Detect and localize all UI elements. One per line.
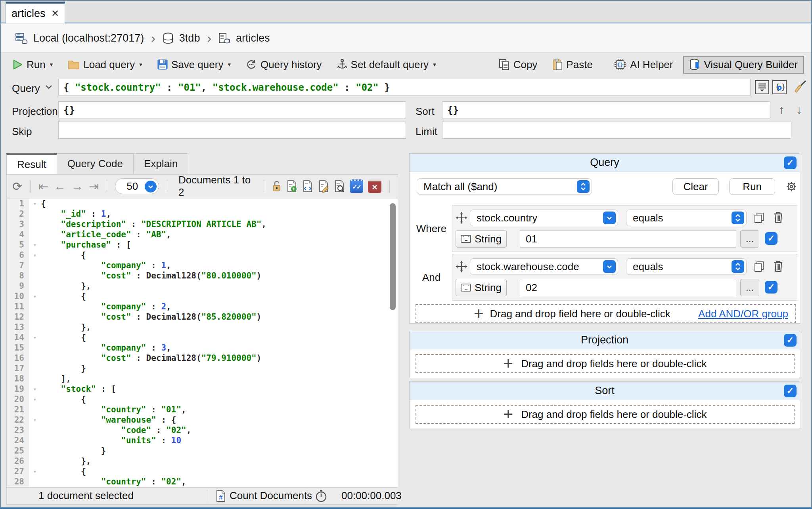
code-text: { (41, 332, 398, 343)
line-number: 15 (7, 343, 29, 353)
view-document-icon[interactable] (334, 180, 345, 193)
type-button-1[interactable]: "" String (456, 230, 507, 248)
query-settings-icon[interactable]: {} (772, 80, 787, 94)
fold-toggle-icon[interactable]: ▾ (29, 198, 41, 209)
json-editor[interactable]: 1▾{2 "_id" : 1,3 "description" : "DESCRI… (6, 198, 398, 488)
add-document-icon[interactable] (286, 180, 297, 193)
move-handle-icon[interactable] (456, 261, 467, 273)
fold-toggle-icon[interactable]: ▾ (29, 332, 41, 343)
query-history-button[interactable]: Query history (246, 59, 322, 71)
skip-input[interactable] (58, 122, 406, 139)
sort-section-checkbox[interactable] (784, 385, 797, 397)
fold-toggle-icon[interactable]: ▾ (29, 240, 41, 250)
sort-dropzone[interactable]: + Drag and drop fields here or double-cl… (416, 405, 795, 424)
copy-button[interactable]: Copy (499, 59, 538, 71)
load-query-button[interactable]: Load query ▾ (68, 59, 142, 71)
save-query-button[interactable]: Save query ▾ (157, 59, 231, 71)
query-dropzone[interactable]: + Drag and drop field here or double-cli… (416, 304, 796, 323)
breadcrumb: Local (localhost:27017) › 3tdb › article… (1, 24, 811, 53)
tab-result[interactable]: Result (6, 153, 57, 174)
sort-descending-icon[interactable]: ↓ (796, 103, 802, 116)
fold-toggle-icon[interactable]: ▾ (29, 466, 41, 477)
divider (389, 180, 390, 193)
edit-document-icon[interactable] (318, 180, 329, 193)
query-section-checkbox[interactable] (784, 156, 797, 169)
field-select-1[interactable]: stock.country (470, 210, 618, 226)
breadcrumb-database[interactable]: 3tdb (179, 32, 200, 44)
line-number: 14 (7, 332, 29, 343)
run-button[interactable]: Run ▾ (13, 59, 53, 71)
query-input[interactable]: { "stock.country" : "01", "stock.warehou… (58, 79, 751, 96)
gear-icon[interactable] (785, 180, 798, 193)
clear-button[interactable]: Clear (672, 178, 719, 195)
stopwatch-icon (315, 490, 327, 502)
count-documents-button[interactable]: # Count Documents (216, 488, 312, 504)
clear-query-broom-icon[interactable] (793, 80, 806, 93)
editor-line: 14▾ { (7, 332, 398, 343)
editor-scrollbar[interactable] (390, 202, 396, 480)
tab-explain[interactable]: Explain (134, 153, 188, 174)
type-label-1: String (475, 233, 502, 245)
field-select-2[interactable]: stock.warehouse.code (470, 258, 618, 275)
value-input-2[interactable]: 02 (520, 279, 736, 296)
fold-toggle-icon (29, 404, 41, 415)
first-page-icon[interactable]: ⇤ (38, 179, 48, 193)
operator-value-2: equals (633, 261, 663, 273)
visual-query-builder-button[interactable]: Visual Query Builder (683, 56, 804, 74)
type-button-2[interactable]: "" String (456, 279, 507, 296)
fold-toggle-icon (29, 271, 41, 281)
value-input-1[interactable]: 01 (520, 230, 736, 248)
more-button-2[interactable]: ... (740, 279, 759, 296)
trash-icon[interactable] (773, 211, 784, 224)
add-and-or-group-link[interactable]: Add AND/OR group (698, 308, 788, 320)
clause-checkbox-1[interactable] (765, 232, 778, 245)
sort-ascending-icon[interactable]: ↑ (779, 103, 785, 116)
operator-select-1[interactable]: equals (626, 210, 747, 226)
fold-toggle-icon[interactable]: ▾ (29, 394, 41, 404)
multiline-editor-icon[interactable] (755, 80, 769, 94)
count-documents-icon: # (216, 490, 226, 502)
ai-helper-button[interactable]: {} AI Helper (614, 58, 673, 71)
sort-input[interactable]: {} (442, 101, 770, 118)
page-size-select[interactable]: 50 (115, 178, 159, 194)
prev-page-icon[interactable]: ← (54, 179, 66, 193)
refresh-icon[interactable]: ⟳ (12, 179, 22, 193)
elapsed-time: 00:00:00.003 (315, 488, 402, 504)
run-query-button[interactable]: Run (729, 178, 775, 195)
breadcrumb-server[interactable]: Local (localhost:27017) (33, 32, 144, 44)
breadcrumb-collection[interactable]: articles (236, 32, 270, 44)
tab-query-code[interactable]: Query Code (57, 153, 134, 174)
svg-text:{}: {} (617, 62, 623, 68)
move-handle-icon[interactable] (456, 212, 467, 224)
code-text: } (41, 363, 398, 374)
duplicate-icon[interactable] (754, 212, 766, 224)
fold-toggle-icon[interactable]: ▾ (29, 415, 41, 425)
lock-icon[interactable] (272, 180, 282, 192)
query-chevron-icon[interactable] (45, 85, 52, 90)
duplicate-icon[interactable] (754, 261, 766, 273)
document-code-icon[interactable] (302, 180, 313, 193)
fold-toggle-icon[interactable]: ▾ (29, 384, 41, 394)
next-page-icon[interactable]: → (71, 179, 83, 193)
discard-icon[interactable]: ✕ (368, 179, 381, 193)
last-page-icon[interactable]: ⇥ (89, 179, 99, 193)
plus-icon: + (474, 305, 484, 322)
trash-icon[interactable] (773, 260, 784, 273)
set-default-query-button[interactable]: Set default query ▾ (337, 59, 436, 71)
operator-select-2[interactable]: equals (626, 258, 747, 275)
tab-articles[interactable]: articles ✕ (6, 2, 65, 23)
code-text: } (41, 446, 398, 456)
clause-checkbox-2[interactable] (765, 281, 778, 294)
tab-close-icon[interactable]: ✕ (51, 8, 59, 19)
projection-input[interactable]: {} (58, 101, 406, 118)
match-mode-select[interactable]: Match all ($and) (417, 178, 592, 195)
paste-button[interactable]: Paste (552, 59, 593, 71)
projection-dropzone[interactable]: + Drag and drop fields here or double-cl… (416, 354, 795, 373)
validate-all-icon[interactable]: ✓✓ (350, 179, 363, 193)
projection-section-checkbox[interactable] (784, 334, 797, 347)
fold-toggle-icon[interactable]: ▾ (29, 250, 41, 260)
scrollbar-thumb[interactable] (390, 203, 396, 310)
more-button-1[interactable]: ... (740, 230, 759, 248)
limit-input[interactable] (442, 122, 791, 139)
fold-toggle-icon[interactable]: ▾ (29, 291, 41, 301)
